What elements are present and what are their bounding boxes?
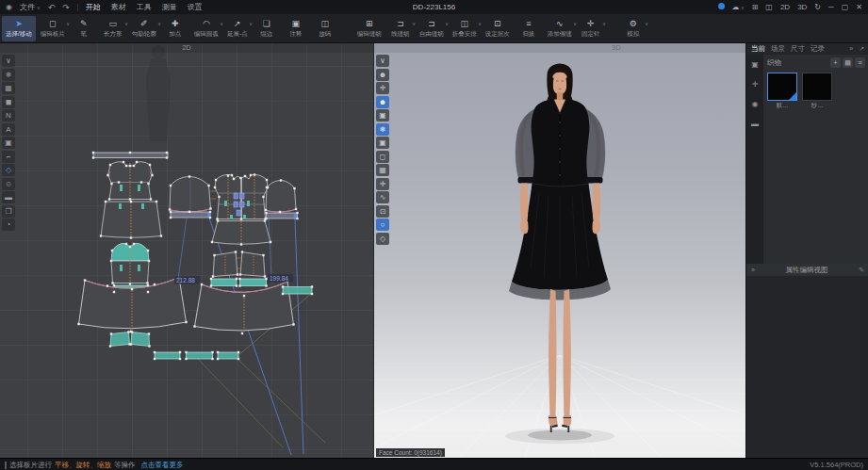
pin-tool[interactable]: ✛固定针∨ [577, 16, 605, 41]
stitch-display-icon[interactable]: ∿ [376, 191, 389, 203]
panel-tab-3[interactable]: 记录 [811, 44, 825, 54]
fabric-thumbnail[interactable] [802, 73, 832, 101]
close-button[interactable]: ✕ [856, 3, 862, 12]
fold-arrange-tool[interactable]: ◫折叠安排∨ [449, 16, 481, 41]
add-fabric-button[interactable]: + [830, 57, 841, 68]
pattern-piece-sleeve-right[interactable] [266, 181, 298, 219]
panel-move-icon[interactable]: ✛ [749, 79, 761, 89]
fabric-swatch[interactable]: 默… [767, 73, 797, 110]
grading-tool[interactable]: ◫放码 [311, 16, 339, 41]
panel-tab-1[interactable]: 场景 [771, 44, 785, 54]
simulate-tool[interactable]: ⚙模拟∨ [619, 16, 647, 41]
add-point-tool[interactable]: ✚加点 [161, 16, 189, 41]
freeze-icon[interactable]: ❄ [376, 123, 389, 136]
chevron-down-icon[interactable]: ∨ [645, 21, 648, 26]
layout-grid-button[interactable]: ⊞ [752, 3, 759, 12]
avatar-mesh-icon[interactable]: ☻ [376, 96, 389, 108]
pattern-piece-midriff-left[interactable] [213, 252, 237, 277]
cloth-plain-icon[interactable]: ◻ [376, 151, 389, 163]
panel-board-icon[interactable]: ▣ [749, 59, 761, 70]
pattern-view-2d[interactable]: 2D ∨❄▦◼NA▣⌐◇☺▬❐◔ [0, 42, 373, 458]
redo-button[interactable]: ↷ [62, 3, 70, 12]
pattern-piece-midriff-right[interactable] [240, 252, 265, 277]
edit-sewing-tool[interactable]: ⊞编辑缝纫 [353, 16, 385, 41]
garment-display-icon[interactable]: ⊡ [376, 205, 389, 218]
pattern-piece-skirt-right[interactable] [195, 282, 294, 332]
extend-point-tool[interactable]: ↗延展-点∨ [223, 16, 252, 41]
property-panel-header[interactable]: » 属性编辑视图 ✎ [746, 264, 868, 276]
line-sewing-tool[interactable]: ⊐线缝纫∨ [386, 16, 415, 41]
collapse-strip-icon[interactable]: ∨ [2, 55, 15, 67]
annotation-toggle-icon[interactable]: A [2, 123, 15, 136]
layout-columns-button[interactable]: ◫ [765, 3, 773, 12]
panel-tab-2[interactable]: 尺寸 [791, 44, 805, 54]
avatar-3d[interactable] [505, 64, 614, 445]
skeleton-display-icon[interactable]: ✛ [376, 82, 389, 94]
see-more-link[interactable]: 点击查看更多 [141, 461, 184, 470]
expand-panel-icon[interactable]: ↗ [859, 45, 864, 53]
collapse-icon[interactable]: » [751, 267, 755, 273]
shrink-stretch-tool[interactable]: ≡归拔 [515, 16, 543, 41]
mesh-toggle-icon[interactable]: ▦ [376, 164, 389, 176]
pattern-piece-front-peplum[interactable] [212, 221, 270, 245]
pattern-piece-back-skirt[interactable] [101, 202, 161, 237]
annotation-tool[interactable]: ▣注释 [282, 16, 310, 41]
edit-arc-tool[interactable]: ◠编辑圆弧∨ [190, 16, 222, 41]
minimize-button[interactable]: ─ [828, 3, 834, 12]
pen-tool[interactable]: ✎笔 [70, 16, 98, 41]
snap-icon[interactable]: ❄ [2, 69, 15, 81]
pattern-piece-waistband-left[interactable] [211, 279, 237, 286]
notch-toggle-icon[interactable]: N [2, 109, 15, 122]
free-sewing-tool[interactable]: ⊐自由缝纫∨ [416, 16, 448, 41]
cloud-menu-button[interactable]: ☁ ∨ [732, 3, 745, 12]
edit-pattern-tool[interactable]: ◻编辑板片∨ [37, 16, 69, 41]
edit-icon[interactable]: ✎ [859, 267, 864, 274]
pattern-piece-waistband-right[interactable] [240, 279, 267, 286]
view-3d-button[interactable]: 3D [797, 3, 807, 12]
outline-toggle-icon[interactable]: ◔ [2, 219, 15, 231]
garment-view-3d[interactable]: 3D ∨☻✛☻▣❄▣◻▦✛∿⊡○◇ [373, 42, 746, 458]
select-move-tool[interactable]: ➤选择/移动 [2, 16, 36, 41]
trace-outline-tool[interactable]: ✐勾勒轮廓∨ [128, 16, 160, 41]
fabric-list-view-button[interactable]: ≡ [855, 57, 865, 68]
menubar-item-0[interactable]: 开始 [86, 2, 101, 12]
menubar-item-1[interactable]: 素材 [111, 2, 126, 12]
pattern-3d-sync-icon[interactable]: ◇ [2, 164, 15, 176]
pin-display-icon[interactable]: ✛ [376, 178, 389, 190]
file-menu[interactable]: 文件 ∨ [20, 2, 41, 12]
collapse-panel-icon[interactable]: » [849, 45, 853, 52]
fabric-thumbnail[interactable] [767, 73, 797, 101]
cloth-surface-icon[interactable]: ▣ [376, 137, 389, 149]
pattern-canvas-2d[interactable]: 212.88 199.84 [0, 42, 373, 458]
grid-toggle-icon[interactable]: ▦ [2, 82, 15, 94]
chevron-down-icon[interactable]: ∨ [602, 21, 606, 26]
prop-display-icon[interactable]: ◇ [376, 233, 389, 245]
avatar-display-icon[interactable]: ☻ [376, 69, 389, 81]
panel-tab-0[interactable]: 当前 [751, 44, 765, 54]
maximize-button[interactable]: ▢ [842, 3, 849, 12]
avatar-silhouette-icon[interactable]: ☺ [2, 178, 15, 190]
viewport-3d[interactable] [374, 42, 746, 458]
avatar-box-icon[interactable]: ▣ [376, 109, 389, 122]
sync-view-button[interactable]: ↻ [814, 3, 821, 12]
undo-button[interactable]: ↶ [48, 3, 56, 12]
view-2d-button[interactable]: 2D [780, 3, 790, 12]
sphere-display-icon[interactable]: ○ [376, 219, 389, 231]
menubar-item-2[interactable]: 工具 [137, 2, 152, 12]
user-presence-dot[interactable] [718, 3, 725, 12]
menubar-item-3[interactable]: 测量 [162, 2, 177, 12]
binding-tool[interactable]: ❏绲边 [253, 16, 281, 41]
menubar-item-4[interactable]: 设置 [188, 2, 203, 12]
texture-toggle-icon[interactable]: ▣ [2, 137, 15, 149]
paper-toggle-icon[interactable]: ❐ [2, 205, 15, 218]
panel-target-icon[interactable]: ◉ [749, 99, 761, 109]
pattern-piece-back-bodice[interactable] [108, 162, 153, 200]
ruler-toggle-icon[interactable]: ⌐ [2, 151, 15, 163]
baseline-toggle-icon[interactable]: ▬ [2, 191, 15, 203]
collapse-strip-icon[interactable]: ∨ [376, 55, 389, 67]
add-basting-tool[interactable]: ∿添加假缝∨ [544, 16, 576, 41]
set-layer-tool[interactable]: ⊡设定层次 [482, 16, 514, 41]
panel-flat-icon[interactable]: ▬ [749, 119, 761, 129]
fill-toggle-icon[interactable]: ◼ [2, 96, 15, 108]
rectangle-tool[interactable]: ▭长方形∨ [99, 16, 127, 41]
